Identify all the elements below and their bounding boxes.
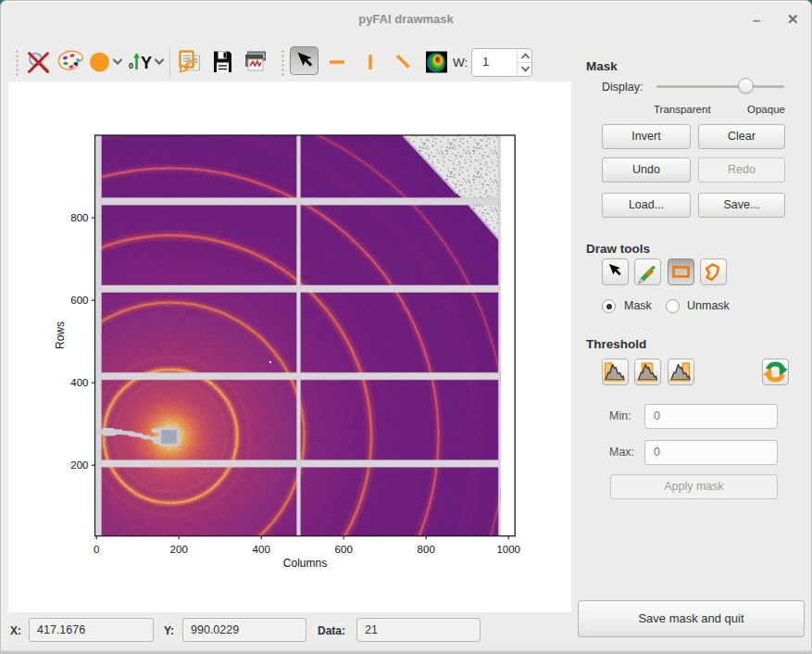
- svg-text:0: 0: [129, 61, 133, 70]
- svg-text:1000: 1000: [496, 544, 520, 555]
- svg-text:Rows: Rows: [54, 321, 67, 349]
- svg-text:Y: Y: [141, 54, 152, 72]
- svg-text:W:: W:: [453, 56, 468, 69]
- svg-text:800: 800: [70, 212, 88, 223]
- svg-text:0: 0: [94, 544, 99, 555]
- svg-text:600: 600: [335, 544, 353, 555]
- svg-text:200: 200: [70, 459, 88, 471]
- svg-text:800: 800: [418, 544, 435, 555]
- svg-text:200: 200: [170, 544, 188, 555]
- svg-text:400: 400: [70, 377, 88, 388]
- svg-text:Columns: Columns: [283, 557, 327, 570]
- svg-text:600: 600: [70, 295, 88, 306]
- svg-text:400: 400: [253, 544, 270, 555]
